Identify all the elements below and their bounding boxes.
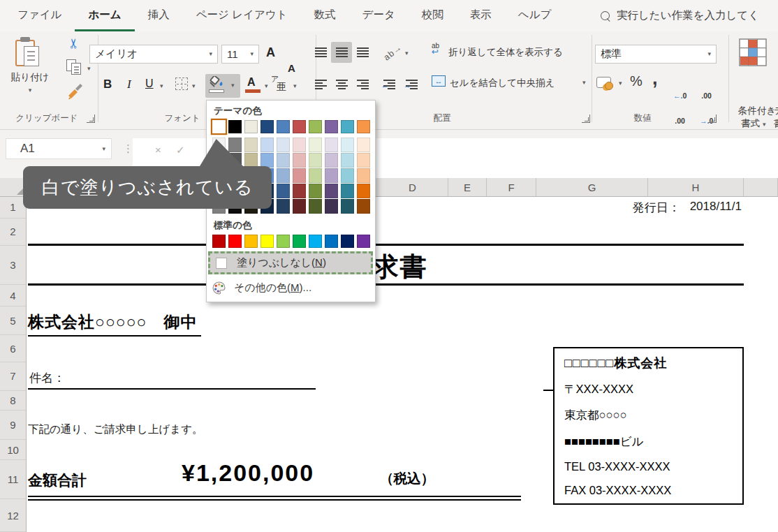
font-color-button[interactable]: A: [247, 76, 256, 89]
ribbon-tab[interactable]: 表示: [457, 0, 505, 31]
accounting-format-button[interactable]: [596, 77, 611, 88]
theme-tint-swatch[interactable]: [260, 153, 274, 168]
standard-color-swatch[interactable]: [325, 235, 338, 248]
theme-tint-swatch[interactable]: [277, 138, 290, 152]
theme-tint-swatch[interactable]: [309, 153, 322, 168]
cut-button[interactable]: ✂: [68, 37, 80, 51]
underline-caret-icon[interactable]: ▾: [160, 83, 163, 89]
column-header[interactable]: E: [448, 178, 487, 196]
row-header[interactable]: 6: [0, 335, 26, 362]
standard-color-swatch[interactable]: [357, 235, 370, 248]
phonetic-caret-icon[interactable]: ▾: [293, 83, 297, 89]
theme-color-swatch[interactable]: [341, 120, 354, 133]
theme-tint-swatch[interactable]: [309, 138, 322, 152]
row-header[interactable]: 12: [0, 499, 26, 532]
column-header[interactable]: H: [648, 178, 744, 196]
align-center-button[interactable]: [331, 74, 352, 95]
ribbon-tab[interactable]: 数式: [301, 0, 349, 31]
ribbon-tab[interactable]: ファイル: [4, 0, 75, 31]
paste-label[interactable]: 貼り付け: [0, 71, 60, 84]
bold-button[interactable]: B: [103, 77, 112, 91]
theme-tint-swatch[interactable]: [277, 168, 290, 183]
conditional-formatting-button[interactable]: [739, 38, 767, 69]
theme-tint-swatch[interactable]: [325, 184, 338, 198]
theme-tint-swatch[interactable]: [357, 184, 370, 198]
theme-color-swatch[interactable]: [309, 120, 322, 133]
row-header[interactable]: 1: [0, 197, 26, 219]
theme-tint-swatch[interactable]: [357, 153, 370, 168]
align-left-button[interactable]: [310, 74, 331, 95]
underline-button[interactable]: U: [145, 77, 154, 90]
no-fill-menu-item[interactable]: 塗りつぶしなし(N): [208, 251, 373, 274]
row-header[interactable]: 5: [0, 306, 26, 335]
conditional-formatting-label-line2[interactable]: 書式 ▾: [728, 117, 778, 130]
standard-color-swatch[interactable]: [293, 235, 306, 248]
column-header[interactable]: F: [487, 178, 536, 196]
theme-tint-swatch[interactable]: [341, 153, 354, 168]
theme-tint-swatch[interactable]: [341, 138, 354, 152]
conditional-formatting-label-line1[interactable]: 条件付き: [728, 105, 778, 117]
theme-tint-swatch[interactable]: [277, 199, 290, 214]
more-colors-menu-item[interactable]: その他の色(M)...: [212, 278, 372, 297]
theme-tint-swatch[interactable]: [293, 199, 306, 214]
row-header[interactable]: 10: [0, 440, 26, 461]
copy-caret-icon[interactable]: ▾: [87, 66, 91, 72]
standard-color-swatch[interactable]: [212, 235, 226, 248]
number-dialog-launcher[interactable]: [708, 114, 717, 123]
theme-tint-swatch[interactable]: [260, 138, 274, 152]
theme-tint-swatch[interactable]: [341, 184, 354, 198]
merge-center-caret-icon[interactable]: ▾: [582, 80, 586, 86]
phonetic-button[interactable]: ア 亜: [271, 75, 288, 94]
theme-tint-swatch[interactable]: [309, 199, 322, 214]
column-header[interactable]: G: [536, 178, 648, 196]
theme-tint-swatch[interactable]: [341, 168, 354, 183]
accounting-caret-icon[interactable]: ▾: [619, 80, 622, 87]
theme-tint-swatch[interactable]: [228, 138, 242, 152]
cancel-icon[interactable]: ×: [155, 144, 161, 156]
theme-tint-swatch[interactable]: [325, 153, 338, 168]
font-size-combo[interactable]: 11 ▾: [221, 45, 259, 64]
ribbon-search[interactable]: 実行したい作業を入力してく: [601, 0, 759, 31]
ribbon-tab[interactable]: 校閲: [409, 0, 457, 31]
row-header[interactable]: 9: [0, 411, 26, 440]
theme-tint-swatch[interactable]: [357, 168, 370, 183]
ribbon-tab[interactable]: データ: [349, 0, 409, 31]
paste-caret-icon[interactable]: ▾: [0, 87, 60, 94]
font-name-combo[interactable]: メイリオ ▾: [89, 45, 218, 64]
ribbon-tab[interactable]: ヘルプ: [505, 0, 565, 31]
column-header[interactable]: [744, 178, 778, 196]
row-header[interactable]: 4: [0, 285, 26, 306]
clipboard-dialog-launcher[interactable]: [87, 114, 95, 123]
decrease-font-size-button[interactable]: A▾: [288, 62, 778, 74]
align-middle-button[interactable]: [331, 42, 352, 63]
theme-tint-swatch[interactable]: [357, 199, 370, 214]
row-header[interactable]: 3: [0, 246, 26, 286]
standard-color-swatch[interactable]: [228, 235, 242, 248]
row-header[interactable]: 7: [0, 362, 26, 391]
theme-color-swatch[interactable]: [293, 120, 306, 133]
comma-style-button[interactable]: ,: [652, 68, 658, 89]
row-header[interactable]: 2: [0, 219, 26, 246]
percent-style-button[interactable]: %: [630, 73, 643, 89]
borders-caret-icon[interactable]: ▾: [192, 83, 196, 89]
theme-tint-swatch[interactable]: [277, 184, 290, 198]
align-top-button[interactable]: [310, 42, 331, 63]
theme-tint-swatch[interactable]: [325, 199, 338, 214]
italic-button[interactable]: I: [127, 77, 131, 91]
theme-color-swatch[interactable]: [277, 120, 290, 133]
theme-color-swatch[interactable]: [260, 120, 274, 133]
theme-color-swatch[interactable]: [244, 120, 258, 133]
theme-tint-swatch[interactable]: [325, 138, 338, 152]
standard-color-swatch[interactable]: [260, 235, 274, 248]
number-format-combo[interactable]: 標準 ▾: [595, 45, 717, 64]
row-header[interactable]: 8: [0, 391, 26, 411]
align-bottom-button[interactable]: [352, 42, 373, 63]
standard-color-swatch[interactable]: [309, 235, 322, 248]
orientation-caret-icon[interactable]: ▾: [405, 50, 409, 57]
column-header[interactable]: D: [377, 178, 448, 196]
theme-color-swatch[interactable]: [212, 120, 226, 133]
decrease-indent-button[interactable]: ←: [379, 74, 399, 95]
theme-color-swatch[interactable]: [357, 120, 370, 133]
alignment-dialog-launcher[interactable]: [582, 114, 590, 123]
theme-tint-swatch[interactable]: [341, 199, 354, 214]
